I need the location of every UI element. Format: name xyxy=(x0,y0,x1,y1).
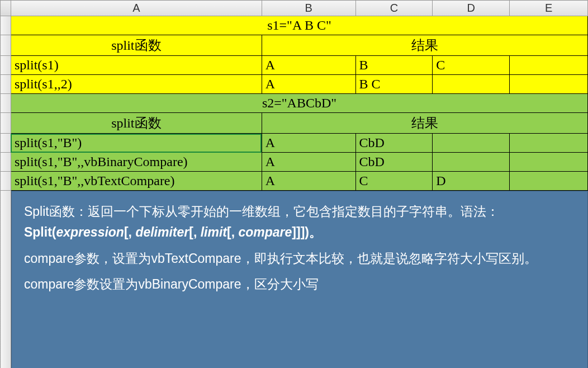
section2-title[interactable]: s2="ABCbD" xyxy=(11,94,587,113)
info-box: Split函数：返回一个下标从零开始的一维数组，它包含指定数目的子字符串。语法：… xyxy=(11,191,588,368)
col-header-b[interactable]: B xyxy=(262,1,355,16)
cell[interactable]: B xyxy=(355,56,433,75)
row-header[interactable] xyxy=(1,113,11,134)
cell[interactable] xyxy=(433,134,510,153)
cell[interactable]: A xyxy=(262,153,355,172)
info-line1-pre: Split函数：返回一个下标从零开始的一维数组，它包含指定数目的子字符串。语法： xyxy=(24,204,499,219)
table-row: split函数 结果 xyxy=(1,35,588,56)
syntax-part: delimiter xyxy=(135,225,189,239)
row-header[interactable] xyxy=(1,134,11,153)
table-row: s1="A B C" xyxy=(1,16,588,35)
syntax-part: limit xyxy=(201,225,227,239)
syntax-part: Split( xyxy=(24,225,56,239)
cell[interactable]: D xyxy=(433,172,510,191)
cell[interactable] xyxy=(510,153,588,172)
cell[interactable]: split(s1,,2) xyxy=(11,75,262,94)
cell[interactable]: CbD xyxy=(355,134,433,153)
cell[interactable]: C xyxy=(433,56,510,75)
table-row: split(s1,,2) A B C xyxy=(1,75,588,94)
col-header-c[interactable]: C xyxy=(355,1,433,16)
info-row: Split函数：返回一个下标从零开始的一维数组，它包含指定数目的子字符串。语法：… xyxy=(1,191,588,369)
syntax-part: [, xyxy=(124,225,135,239)
row-header[interactable] xyxy=(1,191,11,369)
syntax-part: compare xyxy=(238,225,292,239)
cell[interactable] xyxy=(510,134,588,153)
syntax-part: expression xyxy=(56,225,124,239)
col-header-d[interactable]: D xyxy=(433,1,510,16)
cell[interactable] xyxy=(433,75,510,94)
section1-header-left[interactable]: split函数 xyxy=(11,35,262,56)
cell[interactable] xyxy=(510,75,588,94)
section1-title[interactable]: s1="A B C" xyxy=(11,16,587,35)
cell[interactable]: C xyxy=(355,172,433,191)
table-row: split(s1) A B C xyxy=(1,56,588,75)
section2-header-left[interactable]: split函数 xyxy=(11,113,262,134)
row-header[interactable] xyxy=(1,16,11,35)
col-header-a[interactable]: A xyxy=(11,1,262,16)
cell[interactable]: A xyxy=(262,134,355,153)
info-line3: compare参数设置为vbBinaryCompare，区分大小写 xyxy=(24,274,575,295)
cell[interactable]: split(s1,"B",,vbTextCompare) xyxy=(11,172,262,191)
syntax-part: ]]])。 xyxy=(292,225,322,239)
info-line2: compare参数，设置为vbTextCompare，即执行文本比较，也就是说忽… xyxy=(24,248,575,269)
col-header-e[interactable]: E xyxy=(510,1,588,16)
section2-header-right[interactable]: 结果 xyxy=(262,113,587,134)
cell[interactable]: split(s1) xyxy=(11,56,262,75)
cell[interactable] xyxy=(433,153,510,172)
table-row: split(s1,"B") A CbD xyxy=(1,134,588,153)
row-header[interactable] xyxy=(1,172,11,191)
row-header[interactable] xyxy=(1,56,11,75)
selected-cell[interactable]: split(s1,"B") xyxy=(11,134,262,153)
row-header[interactable] xyxy=(1,94,11,113)
section1-header-right[interactable]: 结果 xyxy=(262,35,587,56)
table-row: s2="ABCbD" xyxy=(1,94,588,113)
table-row: split(s1,"B",,vbBinaryCompare) A CbD xyxy=(1,153,588,172)
cell[interactable] xyxy=(510,172,588,191)
spreadsheet-grid[interactable]: A B C D E s1="A B C" split函数 结果 split(s1… xyxy=(0,0,588,368)
cell[interactable] xyxy=(510,56,588,75)
cell[interactable]: CbD xyxy=(355,153,433,172)
cell[interactable]: A xyxy=(262,56,355,75)
table-row: split(s1,"B",,vbTextCompare) A C D xyxy=(1,172,588,191)
syntax-part: [, xyxy=(189,225,200,239)
info-syntax: Split(expression[, delimiter[, limit[, c… xyxy=(24,225,322,239)
row-header[interactable] xyxy=(1,153,11,172)
table-row: split函数 结果 xyxy=(1,113,588,134)
cell[interactable]: B C xyxy=(355,75,433,94)
syntax-part: [, xyxy=(227,225,238,239)
cell[interactable]: A xyxy=(262,172,355,191)
cell[interactable]: split(s1,"B",,vbBinaryCompare) xyxy=(11,153,262,172)
row-header[interactable] xyxy=(1,75,11,94)
corner-cell[interactable] xyxy=(1,1,11,16)
row-header[interactable] xyxy=(1,35,11,56)
column-header-row: A B C D E xyxy=(1,1,588,16)
cell[interactable]: A xyxy=(262,75,355,94)
